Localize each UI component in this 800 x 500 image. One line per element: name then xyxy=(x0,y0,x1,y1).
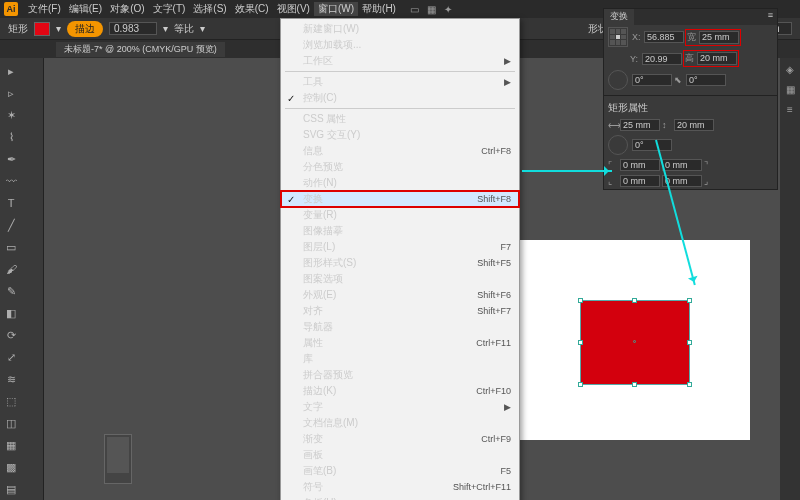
resize-handle[interactable] xyxy=(687,340,692,345)
direct-selection-tool-icon[interactable]: ▹ xyxy=(1,83,21,103)
resize-handle[interactable] xyxy=(578,298,583,303)
menu-item[interactable]: 视图(V) xyxy=(273,2,314,16)
magic-wand-tool-icon[interactable]: ✶ xyxy=(1,105,21,125)
corner-radius-input[interactable]: 0 mm xyxy=(620,159,660,171)
menu-item[interactable]: 色板(H) xyxy=(281,495,519,500)
artboard-thumbnail[interactable] xyxy=(104,434,132,484)
menubar-icon[interactable]: ▦ xyxy=(427,4,436,15)
height-input[interactable]: 20 mm xyxy=(697,52,737,65)
gradient-tool-icon[interactable]: ▤ xyxy=(1,479,21,499)
menu-item[interactable]: 拼合器预览 xyxy=(281,367,519,383)
menu-item[interactable]: 选择(S) xyxy=(189,2,230,16)
panel-icon[interactable]: ≡ xyxy=(781,100,799,118)
menu-item[interactable]: 导航器 xyxy=(281,319,519,335)
menu-item[interactable]: 帮助(H) xyxy=(358,2,400,16)
menu-item[interactable]: 渐变Ctrl+F9 xyxy=(281,431,519,447)
menu-item[interactable]: 对齐Shift+F7 xyxy=(281,303,519,319)
corner-radius-input[interactable]: 0 mm xyxy=(662,159,702,171)
menu-item[interactable]: ✓变换Shift+F8 xyxy=(281,191,519,207)
document-tab[interactable]: 未标题-7* @ 200% (CMYK/GPU 预览) xyxy=(56,42,225,57)
menu-item[interactable]: SVG 交互(Y) xyxy=(281,127,519,143)
scale-tool-icon[interactable]: ⤢ xyxy=(1,347,21,367)
menu-item[interactable]: 分色预览 xyxy=(281,159,519,175)
menu-item[interactable]: 画板 xyxy=(281,447,519,463)
menu-item[interactable]: 新建窗口(W) xyxy=(281,21,519,37)
type-tool-icon[interactable]: T xyxy=(1,193,21,213)
rotate-input[interactable]: 0° xyxy=(632,74,672,86)
menu-item[interactable]: ✓控制(C) xyxy=(281,90,519,106)
rect-angle-input[interactable]: 0° xyxy=(632,139,672,151)
rectangle-tool-icon[interactable]: ▭ xyxy=(1,237,21,257)
menu-item[interactable]: 属性Ctrl+F11 xyxy=(281,335,519,351)
shear-input[interactable]: 0° xyxy=(686,74,726,86)
perspective-tool-icon[interactable]: ▦ xyxy=(1,435,21,455)
menu-item[interactable]: 动作(N) xyxy=(281,175,519,191)
menu-item[interactable]: 编辑(E) xyxy=(65,2,106,16)
resize-handle[interactable] xyxy=(687,298,692,303)
stroke-button[interactable]: 描边 xyxy=(67,21,103,37)
menu-item[interactable]: 图案选项 xyxy=(281,271,519,287)
menu-item[interactable]: 窗口(W) xyxy=(314,2,358,16)
menu-item[interactable]: 描边(K)Ctrl+F10 xyxy=(281,383,519,399)
resize-handle[interactable] xyxy=(632,298,637,303)
menu-item[interactable]: 符号Shift+Ctrl+F11 xyxy=(281,479,519,495)
width-tool-icon[interactable]: ≋ xyxy=(1,369,21,389)
x-input[interactable]: 56.885 xyxy=(644,31,684,43)
panel-icon[interactable]: ◈ xyxy=(781,60,799,78)
menu-item[interactable]: 浏览加载项... xyxy=(281,37,519,53)
menu-item[interactable]: 对象(O) xyxy=(106,2,148,16)
free-transform-tool-icon[interactable]: ⬚ xyxy=(1,391,21,411)
width-input[interactable]: 25 mm xyxy=(699,31,739,44)
dropdown-arrow-icon[interactable]: ▾ xyxy=(163,23,168,34)
mesh-tool-icon[interactable]: ▩ xyxy=(1,457,21,477)
menu-item[interactable]: 画笔(B)F5 xyxy=(281,463,519,479)
menu-item[interactable]: 图像描摹 xyxy=(281,223,519,239)
artboard[interactable] xyxy=(510,240,750,440)
rect-width-input[interactable]: 25 mm xyxy=(620,119,660,131)
center-point[interactable] xyxy=(633,340,636,343)
lasso-tool-icon[interactable]: ⌇ xyxy=(1,127,21,147)
selection-tool-icon[interactable]: ▸ xyxy=(1,61,21,81)
dropdown-arrow-icon[interactable]: ▾ xyxy=(200,23,205,34)
resize-handle[interactable] xyxy=(632,382,637,387)
stroke-weight-input[interactable]: 0.983 xyxy=(109,22,157,35)
reference-point-selector[interactable] xyxy=(608,27,628,47)
angle-dial-icon[interactable] xyxy=(608,70,628,90)
rect-height-input[interactable]: 20 mm xyxy=(674,119,714,131)
shape-builder-tool-icon[interactable]: ◫ xyxy=(1,413,21,433)
menu-item[interactable]: 图层(L)F7 xyxy=(281,239,519,255)
line-tool-icon[interactable]: ╱ xyxy=(1,215,21,235)
menu-item[interactable]: 文字(T) xyxy=(149,2,190,16)
dropdown-arrow-icon[interactable]: ▾ xyxy=(56,23,61,34)
menubar-icon[interactable]: ▭ xyxy=(410,4,419,15)
menu-item[interactable]: 外观(E)Shift+F6 xyxy=(281,287,519,303)
menu-item[interactable]: CSS 属性 xyxy=(281,111,519,127)
menu-item[interactable]: 工作区▶ xyxy=(281,53,519,69)
panel-tab-transform[interactable]: 变换 xyxy=(604,9,634,25)
panel-icon[interactable]: ▦ xyxy=(781,80,799,98)
menu-item[interactable]: 信息Ctrl+F8 xyxy=(281,143,519,159)
menu-item[interactable]: 变量(R) xyxy=(281,207,519,223)
menu-item[interactable]: 库 xyxy=(281,351,519,367)
curvature-tool-icon[interactable]: 〰 xyxy=(1,171,21,191)
y-input[interactable]: 20.99 xyxy=(642,53,682,65)
menu-item[interactable]: 工具▶ xyxy=(281,74,519,90)
eraser-tool-icon[interactable]: ◧ xyxy=(1,303,21,323)
menu-item[interactable]: 图形样式(S)Shift+F5 xyxy=(281,255,519,271)
menu-item[interactable]: 文档信息(M) xyxy=(281,415,519,431)
resize-handle[interactable] xyxy=(687,382,692,387)
corner-radius-input[interactable]: 0 mm xyxy=(620,175,660,187)
fill-swatch[interactable] xyxy=(34,22,50,36)
menubar-icon[interactable]: ✦ xyxy=(444,4,452,15)
angle-dial-icon[interactable] xyxy=(608,135,628,155)
menu-item[interactable]: 文件(F) xyxy=(24,2,65,16)
menu-item[interactable]: 文字▶ xyxy=(281,399,519,415)
menu-item[interactable]: 效果(C) xyxy=(231,2,273,16)
shaper-tool-icon[interactable]: ✎ xyxy=(1,281,21,301)
resize-handle[interactable] xyxy=(578,382,583,387)
pen-tool-icon[interactable]: ✒ xyxy=(1,149,21,169)
resize-handle[interactable] xyxy=(578,340,583,345)
paintbrush-tool-icon[interactable]: 🖌 xyxy=(1,259,21,279)
panel-menu-icon[interactable]: ≡ xyxy=(764,9,777,25)
rotate-tool-icon[interactable]: ⟳ xyxy=(1,325,21,345)
